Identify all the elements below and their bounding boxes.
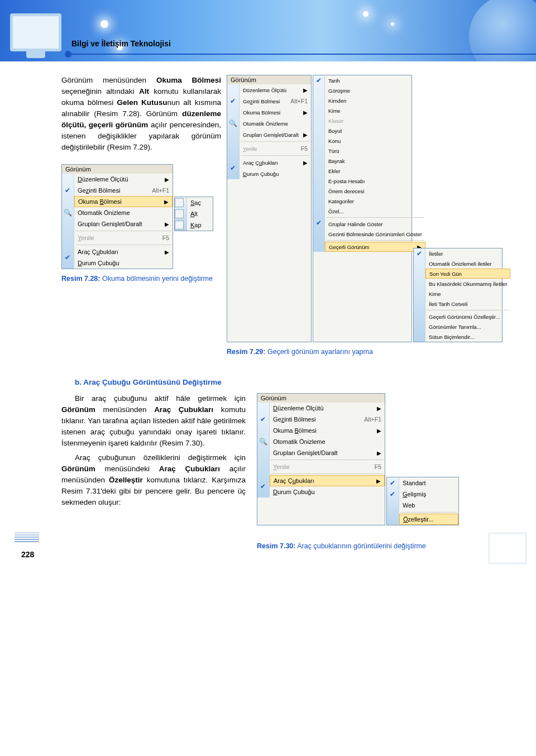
menu-item[interactable]: Kime (425, 289, 510, 299)
menu-item[interactable]: Araç Çubukları▶ (240, 157, 311, 168)
caption-728: Resim 7.28: Okuma bölmesinin yerini deği… (61, 275, 221, 283)
decoration-sphere (469, 0, 536, 61)
arrow-right-icon: ▶ (165, 176, 169, 183)
header-banner: Bilgi ve İletişim Teknolojisi (0, 0, 536, 61)
menu-item[interactable]: Otomatik Önizleme (240, 118, 311, 129)
section-heading: b. Araç Çubuğu Görüntüsünü Değiştirme (75, 378, 502, 386)
menu-item[interactable]: Durum Çubuğu (240, 168, 311, 179)
arrow-right-icon: ▶ (376, 478, 381, 484)
caption-729: Resim 7.29: Geçerli görünüm ayarlarını y… (227, 348, 502, 356)
menu-item[interactable]: Otomatik Önizleme (74, 207, 173, 218)
menu-item-okuma-bolmesi[interactable]: Okuma Bölmesi▶ (74, 196, 173, 207)
arrow-right-icon: ▶ (303, 109, 308, 116)
check-icon: ✔ (414, 248, 425, 259)
menu-item[interactable]: Görüşme (325, 85, 425, 95)
arrow-right-icon: ▶ (165, 249, 169, 255)
decoration-bubble (363, 11, 368, 17)
check-icon: ✔ (257, 414, 269, 425)
menu-item[interactable]: Son Yedi Gün (425, 269, 510, 279)
menu-item[interactable]: Gezinti BölmesiAlt+F1 (74, 185, 173, 196)
menu-item-ozellestir[interactable]: Özelleştir... (399, 514, 458, 525)
menu-item[interactable]: Türü (325, 146, 425, 156)
menu-item-arac-cubuklari[interactable]: Araç Çubukları▶ (270, 475, 385, 486)
menu-gorunum-728: Görünüm ✔ 🔍 ✔ Düze (61, 164, 173, 269)
menu-gorunum-729a: Görünüm ✔ 🔍 ✔ Düze (227, 75, 312, 342)
layout-icon (175, 208, 186, 219)
menu-item[interactable]: Tarih (325, 75, 425, 85)
menu-item[interactable]: Grupları Genişlet/Daralt▶ (240, 129, 311, 140)
caption-730: Resim 7.30: Araç çubuklarının görüntüler… (257, 542, 502, 550)
menu-item[interactable]: Bu Klasördeki Okunmamış İletiler (425, 279, 510, 289)
menu-title: Görünüm (227, 75, 311, 84)
menu-item[interactable]: Bayrak (325, 156, 425, 166)
menu-title: Görünüm (257, 394, 385, 403)
arrow-right-icon: ▶ (165, 221, 169, 227)
menu-item[interactable]: İletiler (425, 248, 510, 259)
preview-icon: 🔍 (62, 207, 73, 218)
menu-item[interactable]: Gezinti BölmesiAlt+F1 (270, 414, 385, 425)
menu-item-kap[interactable]: Kap (187, 219, 213, 231)
paragraph-3: Bir araç çubuğunu aktif hâle getirmek iç… (61, 393, 246, 449)
check-icon: ✔ (387, 489, 398, 500)
menu-item[interactable]: Gezinti BölmesiAlt+F1 (240, 95, 311, 107)
menu-item[interactable]: Ekler (325, 166, 425, 176)
title-rule (67, 54, 536, 55)
menu-item[interactable]: Araç Çubukları▶ (74, 246, 173, 257)
check-icon: ✔ (257, 481, 269, 492)
check-icon: ✔ (227, 162, 238, 174)
menu-item[interactable]: Kime (325, 106, 425, 116)
menu-item[interactable]: Grupları Genişlet/Daralt▶ (270, 447, 385, 458)
arrow-right-icon: ▶ (377, 405, 381, 412)
menu-item[interactable]: Durum Çubuğu (74, 257, 173, 269)
menu-item[interactable]: Okuma Bölmesi▶ (270, 425, 385, 436)
menu-item[interactable]: Düzenleme Ölçütü▶ (74, 174, 173, 185)
menu-item[interactable]: Düzenleme Ölçütü▶ (270, 403, 385, 414)
layout-icon (175, 197, 186, 208)
menu-item[interactable]: Okuma Bölmesi▶ (240, 107, 311, 118)
menu-item-gelismis[interactable]: Gelişmiş (399, 489, 458, 500)
menu-item[interactable]: Gezinti Bölmesinde Görünümleri Göster (325, 229, 425, 239)
paragraph-1: Görünüm menüsünden Okuma Bölmesi seçeneğ… (61, 75, 221, 153)
menu-item[interactable]: Düzenleme Ölçütü▶ (240, 84, 311, 95)
menu-item[interactable]: Otomatik Önizlemeli iletiler (425, 259, 510, 269)
menu-item-yenile: YenileF5 (74, 232, 173, 243)
arrow-right-icon: ▶ (303, 87, 308, 93)
menu-item[interactable]: Kategoriler (325, 196, 425, 206)
menu-item[interactable]: Boyut (325, 126, 425, 136)
menu-item: YenileF5 (270, 461, 385, 472)
submenu-arac-cubuklari: ✔ ✔ Standart Gelişmiş Web Özelleştir... (386, 477, 459, 525)
monitor-icon (10, 13, 61, 58)
arrow-right-icon: ▶ (303, 132, 308, 138)
menu-item-standart[interactable]: Standart (399, 477, 458, 489)
menu-item[interactable]: Geçerli Görünümü Özelleştir... (425, 312, 510, 322)
layout-icon (175, 219, 186, 231)
menu-item[interactable]: Geçerli Görünüm▶ (325, 242, 425, 252)
menu-item-web[interactable]: Web (399, 500, 458, 511)
menu-item[interactable]: Gruplar Halinde Göster (325, 219, 425, 229)
arrow-right-icon: ▶ (377, 428, 381, 434)
check-icon: ✔ (227, 95, 238, 107)
menu-item-alt[interactable]: Alt (187, 208, 213, 219)
paragraph-4: Araç çubuğunun özelliklerini değiştirmek… (61, 452, 246, 508)
menu-item: YenileF5 (240, 143, 311, 154)
arrow-right-icon: ▶ (377, 450, 381, 456)
menu-item[interactable]: E-posta Hesabı (325, 176, 425, 186)
menu-item[interactable]: Özel... (325, 206, 425, 216)
menu-item[interactable]: Kimden (325, 95, 425, 106)
preview-icon: 🔍 (257, 436, 269, 447)
decoration-bubble (100, 20, 108, 28)
menu-item[interactable]: Görünümler Tanımla... (425, 322, 510, 332)
check-icon: ✔ (62, 252, 73, 263)
menu-item: Klasör (325, 116, 425, 126)
menu-item[interactable]: Otomatik Önizleme (270, 436, 385, 447)
check-icon: ✔ (387, 477, 398, 489)
menu-item-sag[interactable]: Saç (187, 197, 213, 208)
menu-item[interactable]: İleti Tarih Cetveli (425, 299, 510, 309)
check-icon: ✔ (313, 75, 324, 85)
page-title: Bilgi ve İletişim Teknolojisi (71, 39, 171, 48)
menu-item[interactable]: Sütun Biçimlendir... (425, 332, 510, 342)
menu-item[interactable]: Konu (325, 136, 425, 146)
menu-item[interactable]: Önem derecesi (325, 186, 425, 196)
menu-item[interactable]: Grupları Genişlet/Daralt▶ (74, 218, 173, 229)
menu-item[interactable]: Durum Çubuğu (270, 486, 385, 497)
